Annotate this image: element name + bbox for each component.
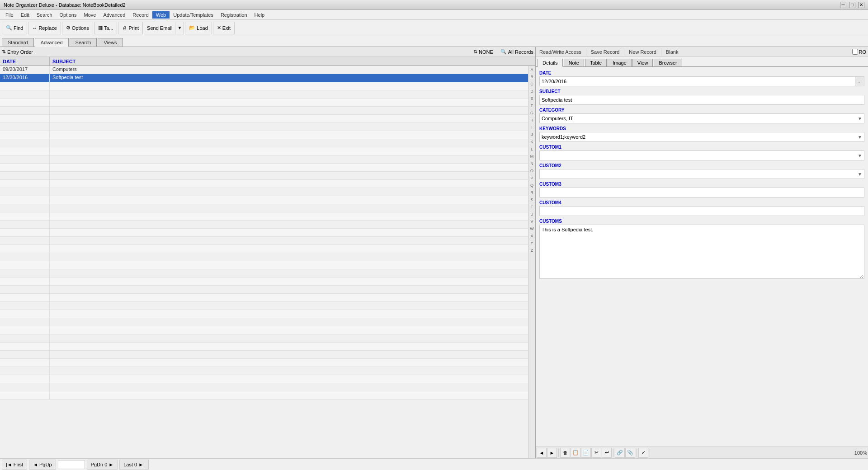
pgup-button[interactable]: ◄ PgUp	[29, 460, 56, 470]
replace-button[interactable]: ↔ Replace	[28, 22, 61, 34]
alpha-a[interactable]: A	[530, 66, 533, 73]
last-button[interactable]: Last 0 ►|	[119, 460, 149, 470]
table-row[interactable]	[0, 107, 528, 115]
table-row[interactable]	[0, 90, 528, 99]
detail-fwd-btn[interactable]: ►	[547, 448, 557, 458]
table-row[interactable]	[0, 123, 528, 131]
menu-options[interactable]: Options	[56, 11, 80, 19]
alpha-m[interactable]: M	[530, 153, 534, 160]
menu-file[interactable]: File	[2, 11, 17, 19]
tab-search[interactable]: Search	[70, 38, 97, 47]
alpha-n[interactable]: N	[530, 160, 533, 167]
detail-tab-table[interactable]: Table	[585, 59, 607, 66]
table-row[interactable]	[0, 318, 528, 326]
table-row[interactable]	[0, 155, 528, 164]
table-row[interactable]	[0, 196, 528, 204]
menu-record[interactable]: Record	[129, 11, 152, 19]
alpha-c[interactable]: C	[530, 80, 533, 88]
close-button[interactable]: ✕	[858, 2, 864, 8]
alpha-i[interactable]: I	[531, 124, 533, 131]
exit-button[interactable]: ✕ Exit	[213, 22, 235, 34]
detail-attach-btn[interactable]: 📎	[625, 448, 635, 458]
alpha-o[interactable]: O	[530, 167, 533, 174]
table-row[interactable]	[0, 131, 528, 139]
read-write-button[interactable]: Read/Write Access	[538, 49, 583, 55]
table-row[interactable]	[0, 172, 528, 180]
first-button[interactable]: |◄ First	[2, 460, 27, 470]
table-row[interactable]	[0, 277, 528, 286]
alpha-f[interactable]: F	[531, 102, 533, 109]
table-row[interactable]	[0, 302, 528, 310]
send-email-button[interactable]: Send Email	[144, 22, 175, 34]
find-button[interactable]: 🔍 Find	[2, 22, 27, 34]
new-record-button[interactable]: New Record	[627, 49, 658, 55]
table-row[interactable]	[0, 343, 528, 351]
table-row[interactable]	[0, 164, 528, 172]
table-row[interactable]	[0, 326, 528, 334]
custom1-field-select[interactable]: ▼	[539, 150, 864, 160]
sort-entry-order[interactable]: ⇅ Entry Order	[2, 49, 33, 55]
pgdn-button[interactable]: PgDn 0 ►	[87, 460, 118, 470]
menu-advanced[interactable]: Advanced	[99, 11, 129, 19]
table-row[interactable]	[0, 269, 528, 277]
table-row[interactable]: 09/20/2017 Computers	[0, 66, 528, 74]
filter-item[interactable]: ⇅ NONE	[473, 49, 493, 55]
custom3-field-input[interactable]	[539, 188, 864, 197]
custom4-field-input[interactable]	[539, 206, 864, 216]
category-field-select[interactable]: Computers, IT ▼	[539, 113, 864, 123]
table-row[interactable]	[0, 391, 528, 400]
table-row[interactable]	[0, 115, 528, 123]
table-row[interactable]	[0, 229, 528, 237]
tab-standard[interactable]: Standard	[2, 38, 34, 47]
table-row[interactable]	[0, 286, 528, 294]
table-row[interactable]	[0, 188, 528, 196]
subject-field-input[interactable]: Softpedia test	[539, 95, 864, 105]
table-row[interactable]	[0, 383, 528, 391]
table-row[interactable]	[0, 375, 528, 383]
table-row[interactable]	[0, 351, 528, 359]
alpha-x[interactable]: X	[530, 232, 533, 240]
table-row[interactable]	[0, 367, 528, 375]
alpha-v[interactable]: V	[530, 218, 533, 225]
table-row[interactable]	[0, 253, 528, 261]
alpha-u[interactable]: U	[530, 211, 533, 218]
date-field-input[interactable]: 12/20/2016	[539, 76, 855, 86]
alpha-p[interactable]: P	[530, 174, 533, 182]
minimize-button[interactable]: ─	[840, 2, 846, 8]
tab-views[interactable]: Views	[98, 38, 123, 47]
alpha-s[interactable]: S	[530, 196, 533, 203]
detail-paste-btn[interactable]: 📄	[581, 448, 591, 458]
table-row[interactable]	[0, 139, 528, 147]
table-row[interactable]	[0, 221, 528, 229]
menu-edit[interactable]: Edit	[17, 11, 33, 19]
detail-tab-browser[interactable]: Browser	[654, 59, 682, 66]
save-record-button[interactable]: Save Record	[589, 49, 622, 55]
detail-tab-image[interactable]: Image	[608, 59, 632, 66]
table-row[interactable]	[0, 294, 528, 302]
detail-link-btn[interactable]: 🔗	[615, 448, 625, 458]
load-button[interactable]: 📂 Load	[185, 22, 212, 34]
custom5-field-textarea[interactable]	[539, 225, 864, 279]
alpha-j[interactable]: J	[531, 131, 533, 138]
table-row[interactable]	[0, 99, 528, 107]
detail-tab-view[interactable]: View	[632, 59, 653, 66]
ro-checkbox-input[interactable]	[852, 49, 858, 55]
alpha-b[interactable]: B	[530, 73, 533, 80]
menu-search[interactable]: Search	[33, 11, 56, 19]
maximize-button[interactable]: □	[849, 2, 855, 8]
table-row[interactable]	[0, 82, 528, 90]
menu-move[interactable]: Move	[80, 11, 99, 19]
custom2-field-select[interactable]: ▼	[539, 169, 864, 179]
alpha-d[interactable]: D	[530, 88, 533, 95]
alpha-h[interactable]: H	[530, 117, 533, 124]
table-row[interactable]	[0, 204, 528, 212]
alpha-z[interactable]: Z	[531, 247, 533, 254]
detail-tab-details[interactable]: Details	[538, 59, 563, 67]
date-field-btn[interactable]: …	[855, 76, 864, 86]
tab-advanced[interactable]: Advanced	[35, 38, 69, 47]
alpha-t[interactable]: T	[531, 203, 533, 211]
blank-button[interactable]: Blank	[664, 49, 680, 55]
table-row[interactable]	[0, 310, 528, 318]
detail-cut-btn[interactable]: ✂	[591, 448, 601, 458]
detail-copy-btn[interactable]: 📋	[571, 448, 580, 458]
